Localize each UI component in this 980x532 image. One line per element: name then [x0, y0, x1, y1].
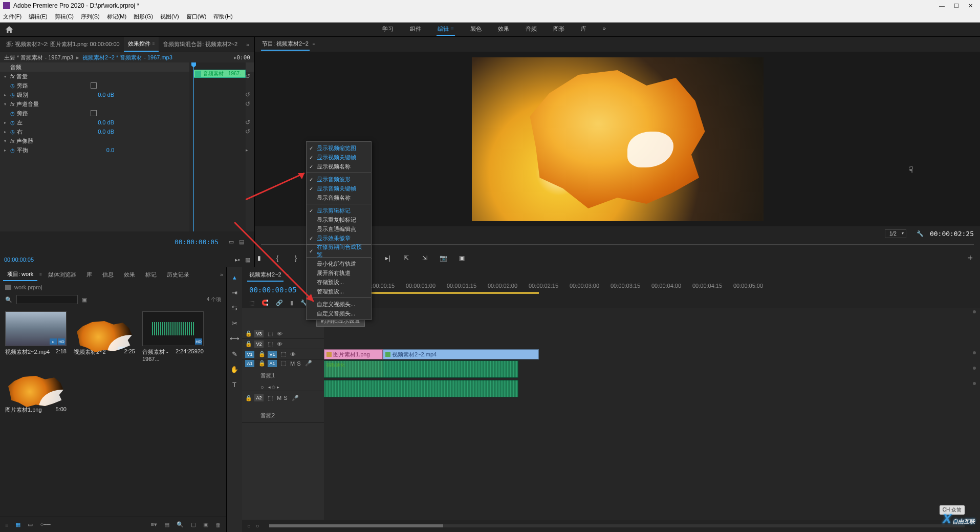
workspace-effects[interactable]: 效果: [497, 23, 510, 36]
workspace-graphics[interactable]: 图形: [552, 23, 565, 36]
menu-marker[interactable]: 标记(M): [107, 13, 127, 20]
lift-button[interactable]: ⇱: [402, 254, 410, 262]
overwrite-icon[interactable]: ▧: [245, 257, 250, 263]
slip-tool[interactable]: ⟷: [230, 334, 239, 343]
menu-help[interactable]: 帮助(H): [213, 13, 232, 20]
bin-item[interactable]: ▹HD 视频素材2~22:25: [74, 311, 135, 362]
window-close[interactable]: ✕: [968, 3, 973, 9]
checkbox-bypass-1[interactable]: [91, 82, 97, 89]
tab-audio-clip-mixer[interactable]: 音频剪辑混合器: 视频素材2~2: [159, 37, 242, 52]
fx-loop-icon[interactable]: ▤: [239, 239, 244, 245]
workspace-edit[interactable]: 编辑 ≡: [437, 23, 454, 36]
menu-item[interactable]: 存储预设...: [307, 278, 371, 287]
track-v2[interactable]: V2: [254, 341, 264, 348]
menu-item[interactable]: 最小化所有轨道: [307, 259, 371, 268]
fx-bypass-2[interactable]: 旁路: [17, 110, 89, 117]
menu-item[interactable]: 显示视频名称: [307, 162, 371, 171]
track-v3[interactable]: V3: [254, 330, 264, 337]
src-a1[interactable]: A1: [245, 360, 254, 367]
workspace-learn[interactable]: 学习: [381, 23, 395, 36]
add-marker-button[interactable]: ▮: [255, 254, 263, 262]
fx-playhead[interactable]: [193, 62, 194, 231]
extract-button[interactable]: ⇲: [421, 254, 429, 262]
tab-source[interactable]: 源: 视频素材2~2: 图片素材1.png: 00:00:00:00: [2, 37, 124, 52]
fx-level-value[interactable]: 0.0 dB: [89, 92, 114, 98]
automate-icon[interactable]: ▤: [164, 521, 169, 528]
menu-item[interactable]: 显示音频关键帧: [307, 184, 371, 193]
menu-sequence[interactable]: 序列(S): [81, 13, 100, 20]
menu-item[interactable]: 显示视频缩览图: [307, 143, 371, 153]
clip-video[interactable]: 视频素材2~2.mp4: [383, 349, 539, 359]
project-breadcrumb[interactable]: work.prproj: [14, 284, 42, 290]
tab-libraries[interactable]: 库: [82, 269, 96, 281]
fx-left[interactable]: 左: [17, 119, 89, 126]
tab-info[interactable]: 信息: [98, 269, 118, 281]
menu-view[interactable]: 视图(V): [160, 13, 179, 20]
find-icon[interactable]: 🔍: [177, 521, 184, 528]
nest-icon[interactable]: ⬚: [249, 300, 254, 306]
project-overflow[interactable]: »: [220, 271, 223, 278]
menu-item[interactable]: 管理预设...: [307, 287, 371, 296]
menu-graphics[interactable]: 图形(G): [134, 13, 153, 20]
fx-balance[interactable]: 平衡: [17, 146, 89, 154]
fx-panner[interactable]: 声像器: [16, 137, 88, 145]
ripple-tool[interactable]: ⇆: [230, 303, 239, 312]
icon-view-icon[interactable]: ▦: [15, 521, 20, 528]
fx-zoom-icon[interactable]: ▭: [229, 239, 234, 245]
project-grid[interactable]: ▹HD 视频素材2~2.mp42:18 ▹HD 视频素材2~22:25 HD 音…: [0, 306, 226, 517]
timeline-options-icon[interactable]: ○: [247, 523, 251, 529]
hand-tool[interactable]: ✋: [230, 365, 239, 374]
new-bin-button[interactable]: ▢: [191, 521, 196, 528]
menu-item[interactable]: 显示重复帧标记: [307, 215, 371, 224]
fx-right[interactable]: 右: [17, 128, 89, 136]
delete-button[interactable]: 🗑: [215, 522, 221, 528]
fx-level[interactable]: 级别: [17, 91, 89, 99]
clip-audio-1[interactable]: 指数淡化: [324, 360, 518, 378]
linked-selection-icon[interactable]: 🔗: [276, 300, 283, 306]
tab-media-browser[interactable]: 媒体浏览器: [44, 269, 80, 281]
timeline-display-settings-menu[interactable]: 显示视频缩览图显示视频关键帧显示视频名称显示音频波形显示音频关键帧显示音频名称显…: [306, 141, 372, 320]
mark-in-button[interactable]: {: [273, 254, 281, 262]
project-search-input[interactable]: [16, 295, 78, 304]
menu-item[interactable]: 自定义音频头...: [307, 309, 371, 318]
timeline-ruler[interactable]: 00:00:00:15 00:00:01:00 00:00:01:15 00:0…: [324, 283, 980, 297]
track-select-tool[interactable]: ⇥: [230, 288, 239, 297]
window-maximize[interactable]: ☐: [954, 3, 959, 9]
menu-item[interactable]: 显示音频名称: [307, 193, 371, 202]
fx-breadcrumb-clip[interactable]: 视频素材2~2 * 音频素材 - 1967.mp3: [82, 54, 172, 61]
menu-item[interactable]: 在修剪期间合成预览: [307, 246, 371, 256]
fx-volume[interactable]: 音量: [16, 73, 88, 80]
fx-balance-value[interactable]: 0.0: [89, 147, 114, 153]
menu-item[interactable]: 自定义视频头...: [307, 300, 371, 309]
menu-bar[interactable]: 文件(F) 编辑(E) 剪辑(C) 序列(S) 标记(M) 图形(G) 视图(V…: [0, 11, 980, 23]
fx-left-value[interactable]: 0.0 dB: [89, 119, 114, 125]
fx-right-value[interactable]: 0.0 dB: [89, 129, 114, 135]
bin-item[interactable]: HD 音频素材 - 1967...2:24:25920: [142, 311, 204, 362]
src-v1[interactable]: V1: [245, 351, 254, 358]
bin-item[interactable]: ▹HD 视频素材2~2.mp42:18: [5, 311, 67, 362]
razor-tool[interactable]: ✂: [230, 318, 239, 328]
marker-tool-icon[interactable]: ▮: [290, 300, 293, 306]
menu-item[interactable]: 显示视频关键帧: [307, 153, 371, 162]
export-frame-button[interactable]: 📷: [439, 254, 447, 262]
source-timecode[interactable]: 00:00:00:05: [4, 257, 34, 263]
new-bin-icon[interactable]: ▣: [82, 296, 87, 303]
fx-mini-clip[interactable]: 音频素材 - 1967.: [193, 70, 246, 78]
fx-bypass-1[interactable]: 旁路: [17, 82, 89, 90]
menu-file[interactable]: 文件(F): [3, 13, 21, 20]
timeline-clips-area[interactable]: 图片素材1.png 视频素材2~2.mp4 指数淡化: [324, 308, 980, 520]
track-a1[interactable]: A1: [268, 360, 277, 367]
menu-window[interactable]: 窗口(W): [186, 13, 207, 20]
pen-tool[interactable]: ✎: [230, 349, 239, 358]
menu-edit[interactable]: 编辑(E): [29, 13, 48, 20]
goto-out-button[interactable]: ▸|: [384, 254, 392, 262]
panel-overflow[interactable]: »: [243, 41, 252, 48]
home-icon[interactable]: [5, 26, 13, 34]
new-item-button[interactable]: ▣: [203, 521, 208, 528]
window-minimize[interactable]: —: [939, 3, 945, 9]
workspace-overflow[interactable]: »: [602, 23, 607, 36]
snap-icon[interactable]: 🧲: [262, 300, 269, 306]
tab-history[interactable]: 历史记录: [163, 269, 193, 281]
checkbox-bypass-2[interactable]: [91, 110, 97, 116]
clip-image[interactable]: 图片素材1.png: [324, 349, 383, 359]
